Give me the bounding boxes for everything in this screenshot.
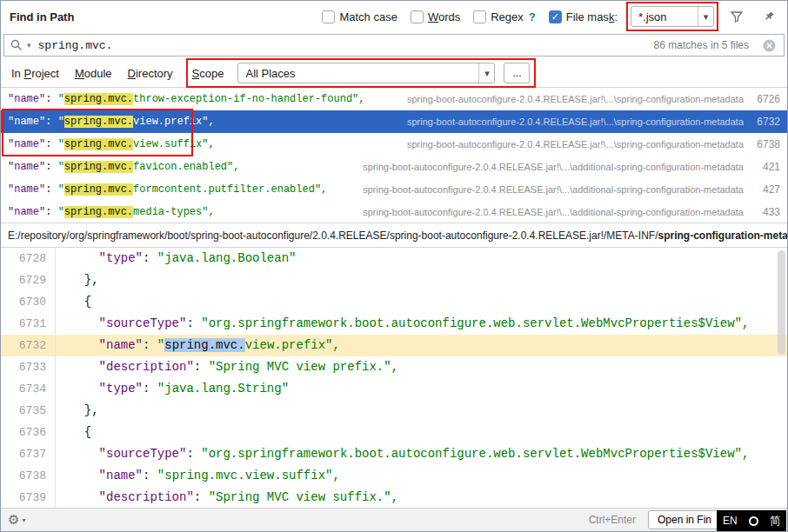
editor-line: 6732 "name": "spring.mvc.view.prefix", <box>1 335 787 356</box>
scope-tab-module[interactable]: Module <box>75 67 112 80</box>
editor-line: 6733 "description": "Spring MVC view pre… <box>1 356 787 378</box>
editor-scrollbar[interactable] <box>778 250 785 355</box>
results-list: "name": "spring.mvc.throw-exception-if-n… <box>1 88 787 223</box>
regex-label: Regex <box>491 10 524 23</box>
result-row[interactable]: "name": "spring.mvc.throw-exception-if-n… <box>1 88 787 110</box>
editor-line: 6737 "sourceType": "org.springframework.… <box>1 443 787 465</box>
search-options: Match case Words Regex ? ✓ File mask: *.… <box>322 6 778 27</box>
browse-scopes-button[interactable]: ... <box>504 63 530 83</box>
regex-checkbox[interactable]: Regex <box>473 10 524 23</box>
editor-line: 6731 "sourceType": "org.springframework.… <box>1 313 787 335</box>
editor-line: 6735 }, <box>1 400 787 422</box>
match-case-label: Match case <box>339 10 397 23</box>
scope-tab-project[interactable]: In Project <box>11 67 59 80</box>
ime-icon <box>749 516 758 526</box>
result-row[interactable]: "name": "spring.mvc.formcontent.putfilte… <box>1 178 787 201</box>
scope-tab-scope[interactable]: Scope <box>192 67 224 80</box>
preview-path-filename: spring-configuration-metadata <box>658 229 787 242</box>
editor-line: 6736 { <box>1 422 787 443</box>
editor-line: 6738 "name": "spring.mvc.view.suffix", <box>1 465 787 487</box>
close-icon <box>763 39 776 52</box>
result-row[interactable]: "name": "spring.mvc.view.prefix",spring-… <box>1 110 787 133</box>
check-icon: ✓ <box>551 11 559 22</box>
file-mask-label: File mask: <box>566 10 618 23</box>
editor-pane[interactable]: 6728 "type": "java.lang.Boolean"6729 },6… <box>1 248 787 508</box>
funnel-icon <box>730 10 744 23</box>
words-checkbox[interactable]: Words <box>411 10 460 23</box>
editor-line: 6734 "type": "java.lang.String" <box>1 378 787 400</box>
footer-bar: ⚙ ▾ Ctrl+Enter Open in Fin EN 简 <box>1 508 787 531</box>
match-count-status: 86 matches in 5 files <box>654 39 749 51</box>
clear-search-button[interactable] <box>759 36 778 55</box>
result-row[interactable]: "name": "spring.mvc.media-types",spring-… <box>1 201 787 223</box>
chevron-down-icon[interactable]: ▾ <box>478 63 494 83</box>
editor-line: 6730 { <box>1 291 787 313</box>
search-icon <box>10 38 23 52</box>
editor-line: 6739 "description": "Spring MVC view suf… <box>1 487 787 508</box>
filter-button[interactable] <box>727 7 746 26</box>
search-bar: ▾ spring.mvc. 86 matches in 5 files <box>1 32 787 59</box>
editor-line: 6729 }, <box>1 269 787 291</box>
scope-group: Scope All Places ▾ ... <box>192 63 531 83</box>
scope-tabs: In ProjectModuleDirectory <box>11 65 189 81</box>
ime-indicator: EN 简 <box>717 510 786 531</box>
checkbox-checked-icon[interactable]: ✓ <box>549 10 562 23</box>
search-history-chevron-icon[interactable]: ▾ <box>27 41 31 50</box>
scope-bar: In ProjectModuleDirectory Scope All Plac… <box>1 59 787 88</box>
file-mask-checkbox[interactable]: ✓ File mask: <box>549 10 618 23</box>
chevron-down-icon[interactable]: ▾ <box>698 7 713 26</box>
scope-value: All Places <box>238 67 300 80</box>
find-in-path-dialog: Find in Path Match case Words Regex ? ✓ … <box>0 0 788 532</box>
scope-tab-directory[interactable]: Directory <box>128 67 173 80</box>
preview-path-prefix: E:/repository/org/springframework/boot/s… <box>8 229 658 242</box>
ime-mode-label: 简 <box>770 514 780 529</box>
editor-line: 6728 "type": "java.lang.Boolean" <box>1 248 787 269</box>
gear-icon: ⚙ <box>8 512 19 528</box>
match-case-checkbox[interactable]: Match case <box>322 10 397 23</box>
scope-combo[interactable]: All Places ▾ <box>237 63 495 83</box>
checkbox-icon[interactable] <box>473 10 486 23</box>
result-row[interactable]: "name": "spring.mvc.view.suffix",spring-… <box>1 133 787 156</box>
words-label: Words <box>428 10 460 23</box>
preview-path: E:/repository/org/springframework/boot/s… <box>1 223 787 248</box>
chevron-down-icon: ▾ <box>22 516 25 524</box>
checkbox-icon[interactable] <box>322 10 335 23</box>
dialog-title: Find in Path <box>10 10 74 23</box>
file-mask-value: *.json <box>631 10 672 23</box>
ime-lang-label: EN <box>723 515 738 527</box>
settings-gear-button[interactable]: ⚙ ▾ <box>8 512 25 528</box>
checkbox-icon[interactable] <box>411 10 424 23</box>
title-bar: Find in Path Match case Words Regex ? ✓ … <box>1 1 787 32</box>
file-mask-combo[interactable]: *.json ▾ <box>631 6 714 27</box>
search-query-text: spring.mvc. <box>38 39 651 52</box>
shortcut-hint: Ctrl+Enter <box>589 514 636 526</box>
result-row[interactable]: "name": "spring.mvc.favicon.enabled",spr… <box>1 156 787 178</box>
regex-help-link[interactable]: ? <box>529 10 536 23</box>
pin-button[interactable] <box>759 7 778 26</box>
search-input[interactable]: ▾ spring.mvc. 86 matches in 5 files <box>3 34 785 57</box>
editor-lines: 6728 "type": "java.lang.Boolean"6729 },6… <box>1 248 787 508</box>
pin-icon <box>762 10 776 23</box>
